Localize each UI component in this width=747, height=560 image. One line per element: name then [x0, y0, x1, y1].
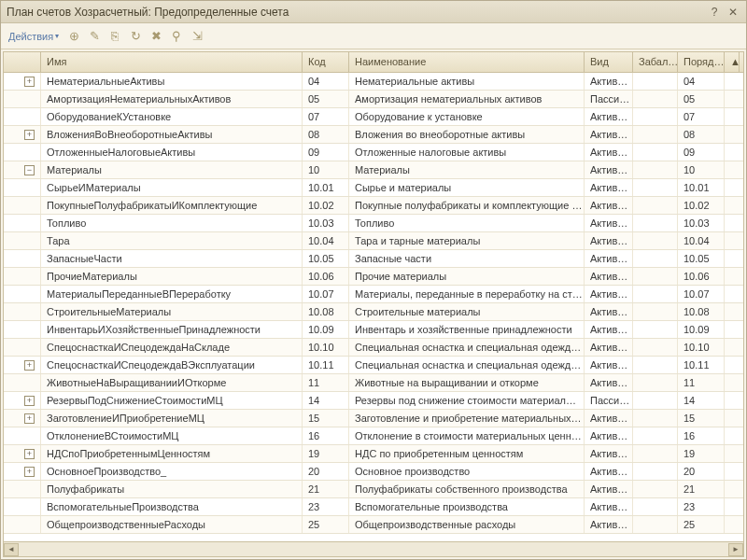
- cell-vid: Актив…: [585, 321, 633, 338]
- table-row[interactable]: Полуфабрикаты21Полуфабрикаты собственног…: [4, 481, 743, 498]
- cell-name: Полуфабрикаты: [41, 481, 303, 497]
- actions-label: Действия: [8, 31, 53, 42]
- table-row[interactable]: ЗапасныеЧасти10.05Запасные частиАктив…10…: [4, 250, 743, 268]
- table-row[interactable]: АмортизацияНематериальныхАктивов05Аморти…: [4, 91, 743, 108]
- refresh-icon[interactable]: ↻: [126, 27, 145, 46]
- tree-cell: [4, 303, 41, 320]
- cell-vid: Актив…: [585, 427, 633, 444]
- cell-por: 23: [678, 498, 725, 515]
- table-row[interactable]: СпецоснасткаИСпецодеждаНаСкладе10.10Спец…: [4, 339, 743, 357]
- cell-zab: [633, 108, 678, 125]
- add-icon[interactable]: ⊕: [64, 27, 83, 46]
- col-naim[interactable]: Наименование: [349, 52, 585, 72]
- col-tree[interactable]: [4, 52, 41, 72]
- actions-menu[interactable]: Действия: [5, 29, 63, 44]
- cell-name: ПокупныеПолуфабрикатыИКомплектующие: [41, 197, 303, 214]
- expand-icon[interactable]: +: [24, 396, 35, 406]
- cell-zab: [633, 321, 678, 338]
- table-row[interactable]: −Материалы10МатериалыАктив…10: [4, 161, 743, 179]
- cell-code: 10.08: [303, 303, 349, 320]
- col-scroll-spacer: ▲: [725, 52, 740, 72]
- cell-naim: Топливо: [349, 215, 585, 231]
- cell-name: НематериальныеАктивы: [41, 73, 303, 90]
- expand-icon[interactable]: +: [24, 413, 35, 424]
- cell-por: 10.07: [678, 286, 725, 302]
- table-row[interactable]: ИнвентарьИХозяйственныеПринадлежности10.…: [4, 321, 743, 339]
- cell-naim: Животные на выращивании и откорме: [349, 374, 585, 391]
- cell-vid: Актив…: [585, 410, 633, 427]
- table-row[interactable]: ПокупныеПолуфабрикатыИКомплектующие10.02…: [4, 197, 743, 215]
- tree-cell: [4, 108, 41, 125]
- cell-code: 10.04: [303, 232, 349, 249]
- cell-por: 19: [678, 445, 725, 462]
- expand-icon[interactable]: +: [24, 130, 35, 140]
- cell-code: 20: [303, 463, 349, 480]
- table-row[interactable]: СырьеИМатериалы10.01Сырье и материалыАкт…: [4, 179, 743, 197]
- table-row[interactable]: +ЗаготовлениеИПриобретениеМЦ15Заготовлен…: [4, 410, 743, 427]
- table-row[interactable]: ОтложенныеНалоговыеАктивы09Отложенные на…: [4, 144, 743, 161]
- cell-code: 10.02: [303, 197, 349, 214]
- cell-vid: Актив…: [585, 445, 633, 462]
- expand-icon[interactable]: +: [24, 467, 35, 477]
- cell-naim: Запасные части: [349, 250, 585, 267]
- cell-naim: Сырье и материалы: [349, 179, 585, 196]
- copy-icon[interactable]: ⎘: [106, 27, 124, 46]
- cell-naim: Основное производство: [349, 463, 585, 480]
- table-row[interactable]: +ВложенияВоВнеоборотныеАктивы08Вложения …: [4, 126, 743, 144]
- delete-icon[interactable]: ✖: [147, 27, 165, 46]
- cell-code: 05: [303, 91, 349, 107]
- cell-vid: Актив…: [585, 498, 633, 515]
- expand-icon[interactable]: +: [24, 77, 35, 87]
- cell-name: ОтложенныеНалоговыеАктивы: [41, 144, 303, 161]
- table-row[interactable]: ОтклонениеВСтоимостиМЦ16Отклонение в сто…: [4, 427, 743, 445]
- cell-zab: [633, 286, 678, 302]
- table-row[interactable]: ОборудованиеКУстановке07Оборудование к у…: [4, 108, 743, 126]
- tree-cell: [4, 250, 41, 267]
- table-row[interactable]: +НДСпоПриобретеннымЦенностям19НДС по при…: [4, 445, 743, 463]
- scroll-left-icon[interactable]: ◄: [4, 543, 19, 556]
- cell-name: СпецоснасткаИСпецодеждаНаСкладе: [41, 339, 303, 356]
- table-row[interactable]: ВспомогательныеПроизводства23Вспомогател…: [4, 498, 743, 516]
- cell-por: 10.02: [678, 197, 725, 214]
- edit-icon[interactable]: ✎: [85, 27, 104, 46]
- cell-vid: Актив…: [585, 126, 633, 143]
- table-row[interactable]: Тара10.04Тара и тарные материалыАктив…10…: [4, 232, 743, 250]
- table-row[interactable]: +ОсновноеПроизводство_20Основное произво…: [4, 463, 743, 481]
- table-row[interactable]: ПрочиеМатериалы10.06Прочие материалыАкти…: [4, 268, 743, 286]
- table-row[interactable]: ОбщепроизводственныеРасходы25Общепроизво…: [4, 516, 743, 534]
- expand-icon[interactable]: +: [24, 449, 35, 459]
- cell-code: 10.07: [303, 286, 349, 302]
- table-row[interactable]: +НематериальныеАктивы04Нематериальные ак…: [4, 73, 743, 91]
- table-row[interactable]: МатериалыПереданныеВПереработку10.07Мате…: [4, 286, 743, 303]
- cell-por: 08: [678, 126, 725, 143]
- table-row[interactable]: +СпецоснасткаИСпецодеждаВЭксплуатации10.…: [4, 357, 743, 374]
- cell-zab: [633, 250, 678, 267]
- cell-naim: Амортизация нематериальных активов: [349, 91, 585, 107]
- filter-icon[interactable]: ⚲: [167, 27, 186, 46]
- table-row[interactable]: ЖивотныеНаВыращиванииИОткорме11Животные …: [4, 374, 743, 392]
- scroll-right-icon[interactable]: ►: [728, 543, 743, 556]
- titlebar: План счетов Хозрасчетный: Предопределенн…: [1, 1, 746, 23]
- tree-icon[interactable]: ⇲: [188, 27, 206, 46]
- collapse-icon[interactable]: −: [24, 165, 35, 175]
- cell-por: 10.11: [678, 357, 725, 373]
- help-icon[interactable]: ?: [707, 5, 722, 20]
- cell-naim: НДС по приобретенным ценностям: [349, 445, 585, 462]
- col-vid[interactable]: Вид: [585, 52, 633, 72]
- table-row[interactable]: СтроительныеМатериалы10.08Строительные м…: [4, 303, 743, 321]
- grid-body[interactable]: +НематериальныеАктивы04Нематериальные ак…: [4, 73, 743, 541]
- cell-code: 10.10: [303, 339, 349, 356]
- expand-icon[interactable]: +: [24, 360, 35, 371]
- cell-zab: [633, 516, 678, 533]
- col-por[interactable]: Поряд…: [678, 52, 725, 72]
- col-name[interactable]: Имя: [41, 52, 303, 72]
- table-row[interactable]: Топливо10.03ТопливоАктив…10.03: [4, 215, 743, 232]
- cell-code: 10: [303, 161, 349, 178]
- col-code[interactable]: Код: [303, 52, 349, 72]
- close-icon[interactable]: ✕: [726, 5, 740, 20]
- cell-zab: [633, 91, 678, 107]
- col-zab[interactable]: Забал…: [633, 52, 678, 72]
- cell-vid: Актив…: [585, 374, 633, 391]
- h-scrollbar[interactable]: ◄ ►: [4, 541, 743, 556]
- table-row[interactable]: +РезервыПодСнижениеСтоимостиМЦ14Резервы …: [4, 392, 743, 410]
